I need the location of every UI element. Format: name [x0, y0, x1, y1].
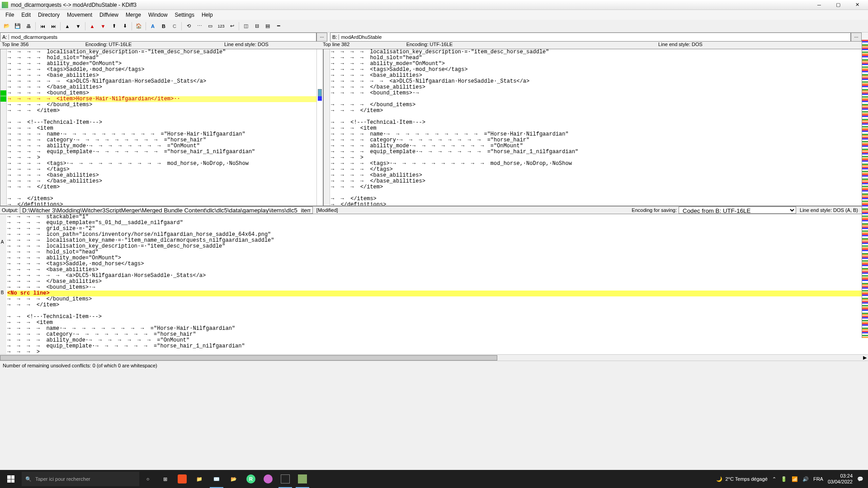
code-line: → → → </item>: [8, 184, 323, 190]
output-label: Output:: [0, 207, 20, 213]
goto-start-icon[interactable]: ⏮: [38, 21, 47, 31]
merge-icon[interactable]: ━: [274, 21, 283, 31]
folder-icon[interactable]: 📂: [225, 470, 242, 488]
save-icon[interactable]: 💾: [13, 21, 23, 31]
show-whitespace-icon[interactable]: ⋯: [194, 21, 204, 31]
search-placeholder: Taper ici pour rechercher: [35, 476, 90, 482]
tray-chevron-icon[interactable]: ⌃: [772, 476, 776, 482]
tray-notifications-icon[interactable]: 💬: [857, 476, 863, 482]
prev-diff-icon[interactable]: ▲: [62, 21, 72, 31]
prev-conflict-icon[interactable]: ▲: [87, 21, 97, 31]
select-b-button[interactable]: B: [159, 21, 169, 31]
code-line: → → → → localisation_key_description·=·"…: [7, 244, 868, 249]
gutter-marker-b: B: [0, 290, 5, 295]
split-3-icon[interactable]: ▤: [263, 21, 273, 31]
next-diff-icon[interactable]: ▼: [73, 21, 83, 31]
select-a-button[interactable]: A: [148, 21, 158, 31]
output-path-input[interactable]: [20, 206, 313, 214]
output-lineend: Line end style: DOS (A, B): [796, 207, 862, 213]
app-icon-1[interactable]: [259, 470, 277, 488]
code-line: [331, 190, 868, 196]
code-line: → → → </item>: [331, 184, 868, 190]
brave-icon[interactable]: [174, 470, 191, 488]
goto-end-icon[interactable]: ⏭: [48, 21, 58, 31]
output-modified: [Modified]: [313, 207, 342, 213]
output-enc-label: Encoding for saving:: [630, 207, 679, 213]
pane-a-encoding: Encoding: UTF-16LE: [45, 42, 172, 49]
pane-a[interactable]: → → → → localisation_key_description·=·"…: [0, 49, 323, 206]
maximize-button[interactable]: ▢: [829, 0, 847, 9]
rstudio-icon[interactable]: R: [242, 470, 259, 488]
titlebar: mod_dlcarmorquests <-> modArdDhuStable -…: [0, 0, 868, 10]
kdiff3-taskbar-icon[interactable]: [294, 470, 311, 488]
diff-panes: → → → → localisation_key_description·=·"…: [0, 49, 868, 206]
gutter-marker-a: A: [0, 239, 5, 244]
pane-b-path-input[interactable]: [339, 34, 850, 40]
path-row: A: ... B: ...: [0, 33, 868, 42]
tray-battery-icon[interactable]: 🔋: [781, 476, 787, 482]
mail-icon[interactable]: ✉️: [208, 470, 225, 488]
pane-b-topline: Top line 382: [321, 42, 366, 49]
open-icon[interactable]: 📂: [2, 21, 12, 31]
output-header: Output: [Modified] Encoding for saving: …: [0, 206, 868, 214]
code-line: <No src line>: [7, 291, 868, 296]
explorer-icon[interactable]: 📁: [191, 470, 208, 488]
close-button[interactable]: ✕: [848, 0, 866, 9]
weather-text: 2°C Temps dégagé: [725, 476, 767, 482]
menu-help[interactable]: Help: [198, 11, 217, 19]
menu-diffview[interactable]: Diffview: [96, 11, 122, 19]
code-line: → → → → equip_template="s_01_hd__saddle_…: [7, 220, 868, 226]
code-line: → → → → → → <a>DLC5·Nilfgaardian·HorseSa…: [7, 273, 868, 279]
home-icon[interactable]: 🏠: [134, 21, 144, 31]
tray-date: 03/04/2022: [828, 479, 853, 485]
cmd-icon[interactable]: [277, 470, 294, 488]
code-line: → → </items>: [331, 196, 868, 202]
down-delta-icon[interactable]: ⬇: [120, 21, 130, 31]
statusbar: Number of remaining unsolved conflicts: …: [0, 361, 868, 370]
print-icon[interactable]: 🖶: [24, 21, 33, 31]
up-delta-icon[interactable]: ⬆: [109, 21, 119, 31]
cortana-icon[interactable]: ○: [139, 470, 156, 488]
minimize-button[interactable]: ─: [810, 0, 828, 9]
wordwrap-icon[interactable]: ↩: [227, 21, 237, 31]
code-output: → → → → stackable="1"→ → → → equip_templ…: [0, 214, 868, 354]
minibar-a[interactable]: [316, 49, 323, 206]
code-line: → → → → </bound_items>: [7, 296, 868, 302]
show-linenum-icon[interactable]: ▭: [205, 21, 215, 31]
output-encoding-select[interactable]: Codec from B: UTF-16LE: [679, 206, 796, 214]
pane-a-path-input[interactable]: [9, 34, 316, 40]
menu-directory[interactable]: Directory: [34, 11, 63, 19]
select-c-button[interactable]: C: [170, 21, 179, 31]
overview-bar[interactable]: [862, 40, 868, 338]
code-line: → → → → </bound_items>: [331, 102, 868, 108]
show-123-icon[interactable]: 123: [216, 21, 226, 31]
code-b: → → → → localisation_key_description·=·"…: [324, 49, 868, 206]
menu-settings[interactable]: Settings: [171, 11, 198, 19]
browse-b-button[interactable]: ...: [851, 33, 862, 42]
tray-clock[interactable]: 03:24 03/04/2022: [828, 473, 853, 485]
taskbar-search[interactable]: 🔍 Taper ici pour rechercher: [22, 472, 139, 486]
pane-a-label: A:: [0, 34, 9, 40]
next-conflict-icon[interactable]: ▼: [98, 21, 108, 31]
code-line: → → → → equip_template·→ → → → → → ="hor…: [7, 343, 868, 349]
menu-file[interactable]: File: [2, 11, 18, 19]
code-line: → → → → <tags>Saddle,·mod_horse</tags>: [7, 261, 868, 267]
auto-advance-icon[interactable]: ⟲: [184, 21, 193, 31]
start-button[interactable]: [0, 470, 22, 488]
browse-a-button[interactable]: ...: [316, 33, 327, 42]
menu-edit[interactable]: Edit: [18, 11, 34, 19]
output-pane[interactable]: A B → → → → stackable="1"→ → → → equip_t…: [0, 214, 868, 354]
menu-movement[interactable]: Movement: [63, 11, 96, 19]
horizontal-scrollbar[interactable]: ◀ ▶: [0, 354, 868, 361]
split-h-icon[interactable]: ◫: [241, 21, 251, 31]
menu-merge[interactable]: Merge: [122, 11, 145, 19]
pane-b[interactable]: → → → → localisation_key_description·=·"…: [323, 49, 868, 206]
tray-wifi-icon[interactable]: 📶: [792, 476, 798, 482]
code-line: → → → → equip_template·→ → → → → → → ="h…: [8, 149, 323, 155]
menu-window[interactable]: Window: [145, 11, 171, 19]
tray-volume-icon[interactable]: 🔊: [802, 476, 809, 482]
taskview-icon[interactable]: ⊞: [156, 470, 174, 488]
tray-lang[interactable]: FRA: [813, 476, 823, 482]
split-v-icon[interactable]: ⊟: [252, 21, 262, 31]
weather-widget[interactable]: 🌙 2°C Temps dégagé: [716, 476, 767, 482]
